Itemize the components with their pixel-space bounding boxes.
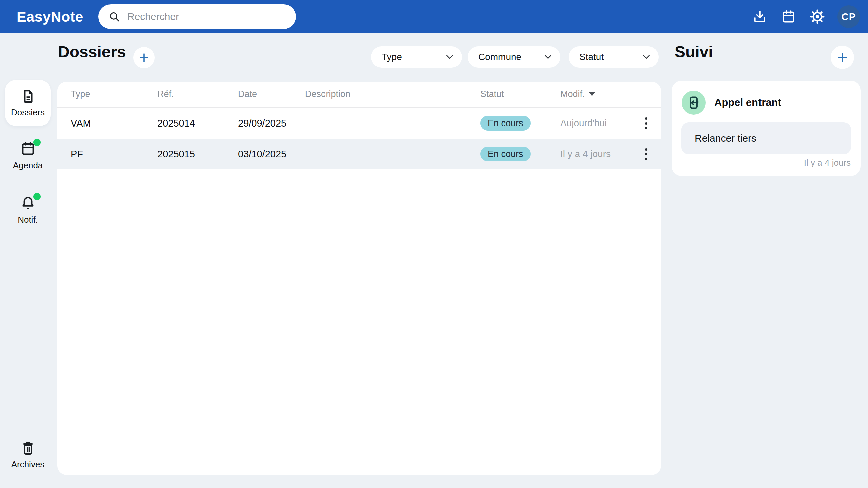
- cell-type: VAM: [71, 118, 157, 129]
- suivi-card-header: Appel entrant: [682, 91, 781, 115]
- trash-icon: [20, 439, 36, 456]
- column-header-type: Type: [71, 89, 157, 99]
- easynote-app: EasyNote: [0, 0, 868, 488]
- add-suivi-button[interactable]: [831, 46, 854, 69]
- header-actions: CP: [751, 0, 860, 33]
- cell-ref: 2025015: [157, 149, 238, 160]
- table-row[interactable]: PF 2025015 03/10/2025 En cours Il y a 4 …: [57, 138, 661, 169]
- sidebar-item-notifications[interactable]: Notif.: [5, 195, 51, 225]
- page-title: Dossiers: [58, 43, 126, 61]
- sidebar-item-dossiers[interactable]: Dossiers: [5, 80, 51, 126]
- column-header-modif-label: Modif.: [560, 89, 585, 99]
- add-dossier-button[interactable]: [133, 47, 155, 68]
- notification-dot: [33, 138, 41, 146]
- column-header-statut: Statut: [480, 89, 560, 99]
- settings-button[interactable]: [809, 8, 826, 25]
- filter-commune-dropdown[interactable]: Commune: [468, 46, 560, 68]
- suivi-card[interactable]: Appel entrant Relancer tiers Il y a 4 jo…: [672, 81, 861, 176]
- download-button[interactable]: [751, 8, 769, 25]
- filter-type-dropdown[interactable]: Type: [371, 46, 462, 68]
- column-header-ref: Réf.: [157, 89, 238, 99]
- search-bar: [98, 4, 296, 29]
- calendar-icon: [20, 140, 36, 157]
- document-icon: [20, 88, 36, 105]
- notification-dot: [33, 193, 41, 200]
- filter-label: Type: [381, 52, 402, 62]
- incoming-call-icon: [682, 91, 706, 115]
- cell-ref: 2025014: [157, 118, 238, 129]
- plus-icon: [836, 51, 849, 64]
- search-input[interactable]: [127, 11, 287, 23]
- filter-label: Statut: [579, 52, 603, 62]
- suivi-title: Suivi: [675, 43, 713, 61]
- suivi-card-title: Appel entrant: [714, 97, 781, 109]
- row-menu-button[interactable]: [640, 145, 652, 163]
- sidebar-item-archives[interactable]: Archives: [5, 439, 51, 469]
- suivi-note: Relancer tiers: [681, 122, 851, 154]
- cell-date: 29/09/2025: [238, 118, 305, 129]
- row-menu-button[interactable]: [640, 114, 652, 132]
- chevron-down-icon: [544, 55, 552, 59]
- bell-icon: [20, 195, 36, 211]
- chevron-down-icon: [446, 55, 453, 59]
- sidebar-item-label: Archives: [11, 459, 45, 469]
- cell-modif: Aujourd'hui: [560, 118, 640, 129]
- app-logo: EasyNote: [17, 9, 84, 25]
- app-header: EasyNote: [0, 0, 868, 33]
- gear-icon: [810, 9, 825, 24]
- sort-desc-icon: [589, 93, 595, 96]
- sidebar-item-label: Agenda: [13, 160, 43, 170]
- sidebar-item-label: Dossiers: [11, 107, 45, 118]
- table-row[interactable]: VAM 2025014 29/09/2025 En cours Aujourd'…: [57, 108, 661, 138]
- table-header-row: Type Réf. Date Description Statut Modif.: [57, 82, 661, 108]
- filter-statut-dropdown[interactable]: Statut: [568, 46, 659, 68]
- calendar-icon: [781, 9, 796, 24]
- status-badge: En cours: [480, 116, 531, 131]
- sidebar-item-label: Notif.: [18, 215, 38, 225]
- cell-modif: Il y a 4 jours: [560, 149, 640, 159]
- calendar-button[interactable]: [780, 8, 797, 25]
- sidebar-item-agenda[interactable]: Agenda: [5, 140, 51, 170]
- filter-label: Commune: [478, 52, 522, 62]
- cell-date: 03/10/2025: [238, 149, 305, 160]
- chevron-down-icon: [643, 55, 650, 59]
- search-icon: [108, 11, 120, 22]
- cell-type: PF: [71, 149, 157, 160]
- download-icon: [752, 9, 768, 24]
- column-header-date: Date: [238, 89, 305, 99]
- column-header-modif-sort[interactable]: Modif.: [560, 89, 640, 99]
- dossiers-table-card: Type Réf. Date Description Statut Modif.…: [57, 82, 661, 475]
- avatar[interactable]: CP: [837, 5, 860, 28]
- plus-icon: [138, 52, 150, 64]
- status-badge: En cours: [480, 147, 531, 161]
- column-header-description: Description: [305, 89, 480, 99]
- suivi-timestamp: Il y a 4 jours: [804, 158, 850, 168]
